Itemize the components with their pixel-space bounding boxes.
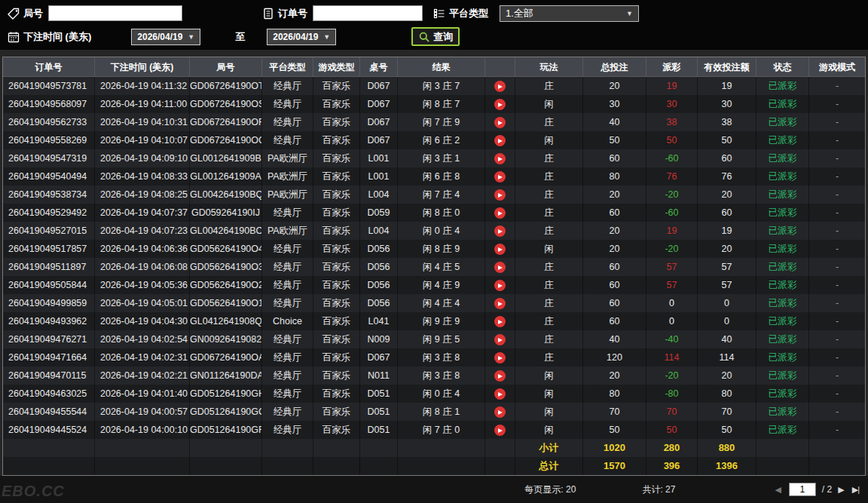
play-cell <box>485 113 515 131</box>
cell-pay: -20 <box>646 240 698 258</box>
cell-game: GD067264190OR <box>190 113 262 131</box>
cell-status: 已派彩 <box>756 258 809 276</box>
cell-status: 已派彩 <box>756 312 809 330</box>
cell-mode: - <box>809 149 865 167</box>
play-video-icon[interactable] <box>494 189 506 201</box>
cell-plat: 经典厅 <box>262 330 313 348</box>
last-page-button[interactable]: ▶| <box>852 485 859 495</box>
cell-plat: 经典厅 <box>262 258 313 276</box>
play-video-icon[interactable] <box>494 262 506 273</box>
table-row: 2604190494630252026-04-19 04:01:40GD0512… <box>3 385 865 403</box>
date-from-picker[interactable]: 2026/04/19 ▼ <box>131 29 200 45</box>
table-row: 2604190495404942026-04-19 04:08:33GL0012… <box>3 167 865 186</box>
play-video-icon[interactable] <box>494 171 506 182</box>
cell-plat: 经典厅 <box>262 385 313 403</box>
play-video-icon[interactable] <box>494 280 506 291</box>
empty-cell <box>485 439 515 457</box>
play-video-icon[interactable] <box>494 425 506 436</box>
cell-order: 260419049538734 <box>3 186 95 204</box>
cell-valid: 57 <box>698 258 756 276</box>
cell-gtype: 百家乐 <box>313 403 360 421</box>
cell-mode: - <box>809 385 865 403</box>
table-row: 2604190495270152026-04-19 04:07:23GL0042… <box>3 222 865 240</box>
play-cell <box>485 258 515 276</box>
empty-cell <box>360 457 398 475</box>
play-video-icon[interactable] <box>494 316 506 327</box>
page-number-input[interactable] <box>789 483 816 496</box>
cell-side: 庄 <box>515 77 583 95</box>
column-header: 结果 <box>398 57 485 77</box>
column-header: 游戏模式 <box>809 57 865 77</box>
bet-time-label: 下注时间 (美东) <box>23 30 91 44</box>
search-button[interactable]: 查询 <box>411 27 460 46</box>
empty-cell <box>313 439 360 457</box>
cell-tbl: L041 <box>360 312 398 330</box>
cell-pay: 50 <box>646 131 698 149</box>
cell-bet: 50 <box>583 131 646 149</box>
play-video-icon[interactable] <box>494 117 506 128</box>
cell-result: 闲 6 庄 2 <box>398 131 485 149</box>
cell-tbl: D056 <box>360 294 398 312</box>
cell-status: 已派彩 <box>756 131 809 149</box>
cell-bet: 60 <box>583 258 646 276</box>
cell-valid: 0 <box>698 294 756 312</box>
play-video-icon[interactable] <box>494 225 506 237</box>
next-page-button[interactable]: ▶ <box>838 485 844 495</box>
play-video-icon[interactable] <box>494 388 506 400</box>
platform-select[interactable]: 1.全部 ▼ <box>500 5 639 22</box>
cell-result: 闲 8 庄 7 <box>398 95 485 113</box>
play-cell <box>485 167 515 186</box>
cell-result: 闲 3 庄 8 <box>398 348 485 367</box>
cell-gtype: 百家乐 <box>313 367 360 385</box>
cell-time: 2026-04-19 04:09:10 <box>95 149 190 167</box>
cell-order: 260419049511897 <box>3 258 95 276</box>
table-row: 2604190494939622026-04-19 04:04:30GL0412… <box>3 312 865 330</box>
cell-order: 260419049476271 <box>3 330 95 348</box>
play-video-icon[interactable] <box>494 370 506 382</box>
cell-pay: 57 <box>646 258 698 276</box>
cell-valid: 20 <box>698 186 756 204</box>
play-cell <box>485 403 515 421</box>
play-cell <box>485 348 515 367</box>
play-video-icon[interactable] <box>494 244 506 255</box>
cell-gtype: 百家乐 <box>313 131 360 149</box>
play-video-icon[interactable] <box>494 406 506 418</box>
cell-result: 闲 7 庄 4 <box>398 186 485 204</box>
cell-valid: 57 <box>698 276 756 294</box>
play-video-icon[interactable] <box>494 153 506 164</box>
play-video-icon[interactable] <box>494 81 506 92</box>
order-no-input[interactable] <box>313 5 423 21</box>
date-to-picker[interactable]: 2026/04/19 ▼ <box>267 29 336 45</box>
cell-pay: 19 <box>646 222 698 240</box>
cell-game: GD051264190GF <box>190 421 262 439</box>
prev-page-button[interactable]: ◀ <box>775 485 781 495</box>
play-video-icon[interactable] <box>494 99 506 110</box>
search-button-label: 查询 <box>433 30 453 44</box>
cell-mode: - <box>809 330 865 348</box>
cell-side: 庄 <box>515 330 583 348</box>
table-row: 2604190495680972026-04-19 04:11:00GD0672… <box>3 95 865 113</box>
play-video-icon[interactable] <box>494 352 506 363</box>
play-video-icon[interactable] <box>494 298 506 309</box>
column-header: 状态 <box>756 57 809 77</box>
cell-order: 260419049505844 <box>3 276 95 294</box>
cell-result: 闲 9 庄 9 <box>398 312 485 330</box>
cell-status: 已派彩 <box>756 149 809 167</box>
play-video-icon[interactable] <box>494 334 506 345</box>
date-to-value: 2026/04/19 <box>273 32 318 42</box>
list-icon <box>433 8 445 20</box>
cell-mode: - <box>809 367 865 385</box>
cell-status: 已派彩 <box>756 77 809 95</box>
cell-tbl: D056 <box>360 276 398 294</box>
cell-tbl: D056 <box>360 258 398 276</box>
summary-total-bet: 1020 <box>583 439 646 457</box>
play-video-icon[interactable] <box>494 207 506 219</box>
cell-time: 2026-04-19 04:07:37 <box>95 204 190 222</box>
cell-game: GL0012641909B <box>190 149 262 167</box>
play-video-icon[interactable] <box>494 135 506 146</box>
cell-time: 2026-04-19 04:02:21 <box>95 367 190 385</box>
empty-cell <box>809 439 865 457</box>
table-row: 2604190495118972026-04-19 04:06:08GD0562… <box>3 258 865 276</box>
summary-payout: 280 <box>646 439 698 457</box>
game-no-input[interactable] <box>48 5 182 21</box>
